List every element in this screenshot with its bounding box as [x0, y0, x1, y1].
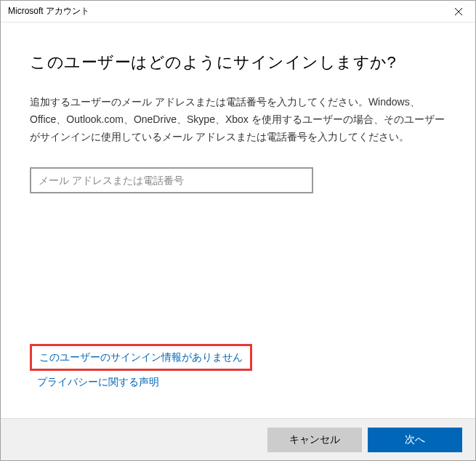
- spacer: [30, 193, 446, 344]
- window-title: Microsoft アカウント: [8, 5, 89, 17]
- link-row: プライバシーに関する声明: [30, 375, 446, 389]
- cancel-button[interactable]: キャンセル: [267, 428, 362, 452]
- next-button[interactable]: 次へ: [368, 428, 462, 452]
- titlebar: Microsoft アカウント: [1, 1, 475, 23]
- close-button[interactable]: [442, 1, 475, 23]
- dialog-window: Microsoft アカウント このユーザーはどのようにサインインしますか? 追…: [0, 0, 476, 461]
- dialog-footer: キャンセル 次へ: [1, 418, 475, 460]
- close-icon: [455, 8, 462, 15]
- email-phone-input[interactable]: [30, 167, 313, 193]
- page-heading: このユーザーはどのようにサインインしますか?: [30, 52, 446, 73]
- highlighted-link-box: このユーザーのサインイン情報がありません: [30, 344, 252, 371]
- privacy-link[interactable]: プライバシーに関する声明: [37, 376, 159, 388]
- description-text: 追加するユーザーのメール アドレスまたは電話番号を入力してください。Window…: [30, 94, 446, 145]
- links-section: このユーザーのサインイン情報がありません プライバシーに関する声明: [30, 344, 446, 389]
- no-signin-info-link[interactable]: このユーザーのサインイン情報がありません: [39, 351, 243, 363]
- dialog-content: このユーザーはどのようにサインインしますか? 追加するユーザーのメール アドレス…: [1, 23, 475, 418]
